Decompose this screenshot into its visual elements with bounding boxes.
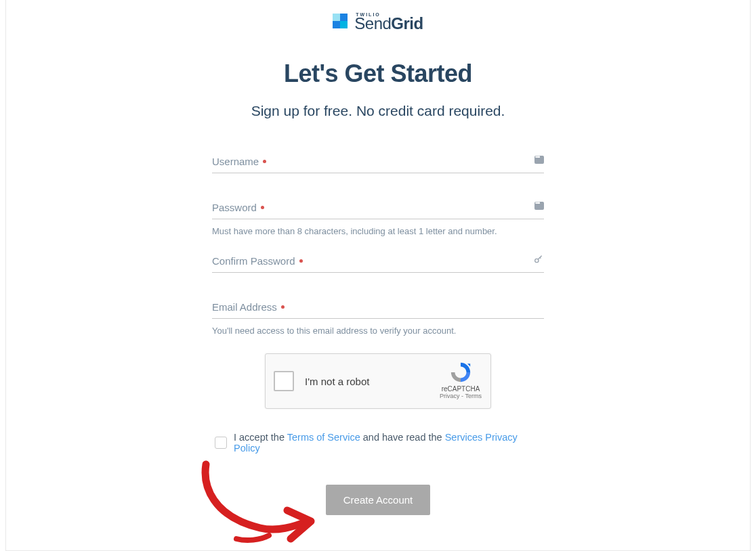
- terms-of-service-link[interactable]: Terms of Service: [287, 432, 360, 443]
- password-manager-icon[interactable]: [534, 154, 544, 167]
- recaptcha-privacy-link[interactable]: Privacy: [440, 393, 460, 399]
- terms-row: I accept the Terms of Service and have r…: [215, 432, 544, 454]
- recaptcha-checkbox[interactable]: [274, 371, 294, 391]
- page-subtitle: Sign up for free. No credit card require…: [6, 103, 750, 119]
- recaptcha-brand: reCAPTCHA Privacy - Terms: [439, 361, 482, 399]
- password-input[interactable]: [212, 196, 544, 219]
- recaptcha-label: I'm not a robot: [305, 376, 369, 387]
- recaptcha-terms-link[interactable]: Terms: [465, 393, 482, 399]
- sendgrid-wordmark: SendGrid: [354, 17, 423, 30]
- signup-form: Username Password Must have more than 8 …: [212, 150, 544, 515]
- password-field: Password Must have more than 8 character…: [212, 196, 544, 236]
- sendgrid-mark-icon: [333, 14, 348, 28]
- email-field: Email Address You'll need access to this…: [212, 296, 544, 336]
- password-manager-icon[interactable]: [534, 200, 544, 213]
- recaptcha-icon: [449, 361, 472, 384]
- password-helper: Must have more than 8 characters, includ…: [212, 226, 544, 236]
- username-input[interactable]: [212, 150, 544, 173]
- terms-checkbox[interactable]: [215, 437, 227, 449]
- confirm-password-input[interactable]: [212, 250, 544, 272]
- email-input[interactable]: [212, 296, 544, 318]
- confirm-password-field: Confirm Password: [212, 250, 544, 273]
- brand-logo: TWILIO SendGrid: [6, 12, 750, 30]
- key-icon[interactable]: [533, 254, 544, 267]
- recaptcha-widget: I'm not a robot reCAPTCHA Privacy - Term…: [265, 353, 491, 409]
- page-title: Let's Get Started: [6, 60, 750, 88]
- create-account-button[interactable]: Create Account: [326, 485, 431, 515]
- email-helper: You'll need access to this email address…: [212, 326, 544, 336]
- terms-text: I accept the Terms of Service and have r…: [234, 432, 544, 454]
- username-field: Username: [212, 150, 544, 173]
- signup-page: TWILIO SendGrid Let's Get Started Sign u…: [5, 0, 751, 551]
